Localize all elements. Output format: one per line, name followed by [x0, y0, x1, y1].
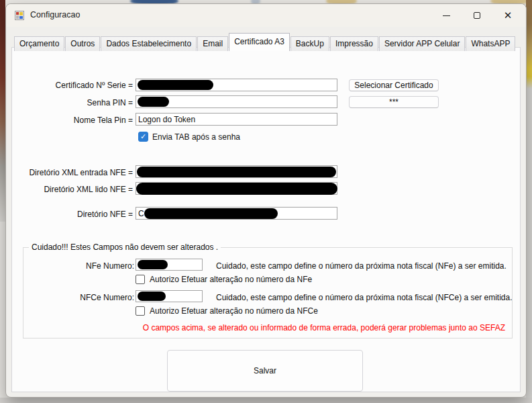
redaction-bar	[138, 97, 169, 107]
tab-strip: Orçamento Outros Dados Estabelecimento E…	[14, 33, 516, 51]
danger-groupbox: Cuidado!!! Estes Campos não devem ser al…	[23, 247, 513, 339]
dir-xml-lido-label: Diretório XML lido NFE =	[12, 185, 133, 194]
autorizo-nfce-label: Autorizo Efetuar alteração no número da …	[150, 306, 318, 316]
danger-groupbox-title: Cuidado!!! Estes Campos não devem ser al…	[29, 242, 221, 252]
sefaz-warning-text: O campos acima, se alterado ou informado…	[143, 323, 505, 332]
tab-email[interactable]: Email	[197, 36, 228, 51]
titlebar[interactable]: Configuracao ✕	[6, 4, 526, 27]
nfe-warning-text: Cuidado, este campo define o número da p…	[216, 261, 507, 271]
redaction-bar	[144, 208, 278, 219]
redaction-bar	[138, 292, 166, 301]
nome-tela-pin-label: Nome Tela Pin =	[25, 116, 133, 125]
maximize-icon	[474, 12, 480, 19]
tab-orcamento[interactable]: Orçamento	[14, 36, 64, 51]
close-icon: ✕	[504, 9, 513, 21]
envia-tab-checkbox[interactable]: ✓	[138, 132, 148, 142]
background-app-edge	[0, 0, 5, 222]
redaction-bar	[137, 167, 336, 177]
dir-xml-entrada-label: Diretório XML entrada NFE =	[12, 168, 133, 177]
redaction-bar	[136, 183, 337, 195]
app-form-icon	[15, 11, 24, 20]
autorizo-nfe-checkbox[interactable]	[136, 275, 145, 284]
desktop-background: Configuracao ✕ Orçamento Outros Dados Es…	[0, 0, 532, 403]
minimize-icon	[443, 15, 450, 16]
minimize-button[interactable]	[431, 4, 462, 27]
window-title: Configuracao	[30, 10, 80, 19]
maximize-button[interactable]	[462, 4, 492, 27]
redaction-bar	[138, 80, 213, 90]
tab-servidor-app-celular[interactable]: Servidor APP Celular	[379, 36, 466, 51]
tab-outros[interactable]: Outros	[65, 36, 100, 51]
tab-backup[interactable]: BackUp	[290, 36, 329, 51]
tab-dados-estabelecimento[interactable]: Dados Estabelecimento	[101, 36, 197, 51]
envia-tab-label: Envia TAB após a senha	[152, 132, 240, 142]
pin-dots-button[interactable]: ***	[349, 96, 439, 108]
salvar-button[interactable]: Salvar	[167, 350, 363, 392]
senha-pin-label: Senha PIN =	[25, 98, 133, 107]
redaction-bar	[138, 260, 168, 269]
tab-certificado-a3[interactable]: Certificado A3	[229, 33, 290, 51]
dir-nfe-label: Diretório NFE =	[12, 210, 133, 219]
configuracao-window: Configuracao ✕ Orçamento Outros Dados Es…	[5, 3, 527, 398]
nfce-warning-text: Cuidado, este campo define o número da p…	[216, 293, 513, 302]
selecionar-certificado-button[interactable]: Selecionar Certificado	[349, 79, 439, 91]
tab-whatsapp[interactable]: WhatsAPP	[466, 36, 515, 51]
nfe-numero-label: NFe Numero:	[64, 261, 134, 271]
background-app-edge	[526, 0, 532, 403]
nome-tela-pin-input[interactable]: Logon do Token	[136, 113, 337, 126]
close-button[interactable]: ✕	[492, 4, 523, 27]
certificado-serie-label: Certificado Nº Serie =	[25, 81, 133, 90]
autorizo-nfe-label: Autorizo Efetuar alteração no número da …	[150, 275, 312, 284]
background-app-edge	[0, 398, 532, 403]
tab-impressao[interactable]: Impressão	[330, 36, 378, 51]
nfce-numero-label: NFCe Numero:	[64, 293, 134, 302]
autorizo-nfce-checkbox[interactable]	[136, 306, 145, 316]
check-icon: ✓	[140, 133, 146, 140]
